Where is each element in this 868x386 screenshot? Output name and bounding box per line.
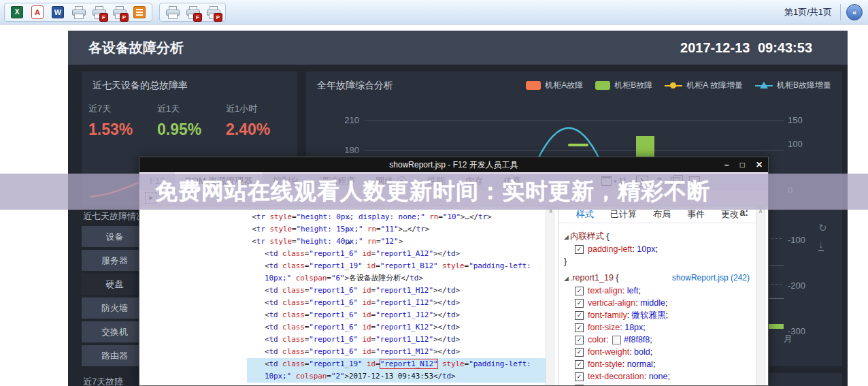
property-checkbox[interactable]: ✓	[575, 348, 584, 357]
legend-item[interactable]: 机柜B故障	[595, 80, 652, 91]
code-token: td	[269, 347, 278, 356]
pdf-print-icon[interactable]: P	[205, 4, 221, 20]
series-line-arc	[534, 106, 603, 160]
dom-tree-line[interactable]: <td class="report1_6" id="report1_I12"><…	[139, 297, 546, 309]
property-semicolon: ;	[655, 243, 657, 255]
dom-tree-line[interactable]: ◢<tr style="height: 40px;" rn="12">	[139, 236, 546, 248]
code-token: id	[363, 249, 371, 258]
code-token: "report1_19"	[309, 359, 362, 368]
css-property: ✓color: #f8f8f8;	[564, 334, 751, 346]
series-bar	[636, 136, 654, 157]
devtools-title: showReport.jsp - F12 开发人员工具	[139, 157, 768, 172]
code-token: style	[269, 237, 292, 246]
dom-tree-line[interactable]: ▷<tr style="height: 15px;" rn="11">…</tr…	[139, 223, 546, 236]
code-token: tr	[478, 212, 487, 221]
dom-tree-line[interactable]: <td class="report1_6" id="report1_M12"><…	[139, 346, 546, 358]
dom-tree-line[interactable]: <td class="report1_6" id="report1_J12"><…	[139, 309, 546, 321]
collapse-toolbar-button[interactable]: «	[846, 4, 863, 20]
code-token: class	[282, 384, 305, 385]
dom-tree-line[interactable]: <td class="report1_6" id="report1_H12"><…	[139, 285, 546, 297]
property-checkbox[interactable]: ✓	[575, 311, 584, 320]
code-token: td	[447, 384, 456, 385]
toolbar-divider	[840, 4, 841, 20]
maximize-button[interactable]: □	[740, 161, 745, 169]
property-semicolon: ;	[665, 297, 667, 309]
property-checkbox[interactable]: ✓	[575, 360, 584, 369]
dom-tree-scrollbar[interactable]: ∧	[546, 205, 555, 385]
sidebar-item-服务器[interactable]: 服务器	[82, 250, 148, 271]
legend-item[interactable]: 机柜A 故障增量	[665, 80, 743, 91]
property-colon: :	[644, 370, 649, 383]
code-token: td	[447, 286, 456, 295]
property-checkbox[interactable]: ✓	[575, 385, 584, 386]
dom-tree-line[interactable]: <td class="report1_19" id="report1_B12" …	[139, 260, 546, 272]
collapse-icon[interactable]: ◢	[564, 234, 569, 240]
flash-print-icon[interactable]: F	[90, 4, 107, 20]
property-checkbox[interactable]: ✓	[575, 299, 584, 308]
window-controls: –□✕	[724, 157, 763, 172]
download-icon[interactable]: ↓	[818, 239, 824, 251]
refresh-icon[interactable]: ↻	[818, 223, 827, 233]
property-colon: :	[632, 243, 637, 255]
code-token: </	[469, 212, 478, 221]
styles-pane-scrollbar[interactable]: ∧	[756, 205, 765, 385]
code-token: class	[282, 261, 305, 270]
code-token: <	[265, 335, 269, 344]
dom-tree-line[interactable]: <td class="report1_19" id="report1_N12" …	[139, 358, 546, 370]
dom-tree-line[interactable]: <td class="report1_6" id="report1_P12"><…	[139, 383, 546, 385]
property-checkbox[interactable]: ✓	[575, 323, 584, 332]
minimize-button[interactable]: –	[724, 161, 729, 169]
css-rule-source-link[interactable]: showReport.jsp (242)	[672, 272, 750, 284]
sidebar-item-交换机[interactable]: 交换机	[82, 321, 148, 342]
property-checkbox[interactable]: ✓	[575, 245, 584, 254]
property-semicolon: ;	[643, 321, 645, 334]
code-token: td	[269, 286, 278, 295]
code-token: td	[447, 335, 456, 344]
dom-tree-line[interactable]: <td class="report1_6" id="report1_K12"><…	[139, 321, 546, 334]
legend-item[interactable]: 机柜B故障增量	[755, 80, 831, 91]
print-icon[interactable]	[164, 4, 180, 20]
printer-badge: F	[100, 14, 107, 21]
dom-tree-line[interactable]: 10px;" colspan="2">2017-12-13 09:43:53</…	[139, 370, 546, 383]
dom-tree-line[interactable]: 10px;" colspan="6">各设备故障分析</td>	[139, 272, 546, 285]
code-token: td	[269, 384, 278, 385]
export-web-icon[interactable]	[131, 4, 148, 20]
export-excel-icon[interactable]: X	[9, 4, 25, 20]
legend-label: 机柜B故障增量	[777, 80, 831, 91]
sidebar-item-设备[interactable]: 设备	[82, 226, 148, 247]
property-colon: :	[620, 321, 624, 334]
flash-print-icon[interactable]: F	[184, 4, 201, 20]
close-button[interactable]: ✕	[756, 161, 763, 169]
devtools-titlebar[interactable]: showReport.jsp - F12 开发人员工具 –□✕	[139, 157, 768, 172]
property-checkbox[interactable]: ✓	[575, 287, 584, 295]
sidebar-item-硬盘[interactable]: 硬盘	[82, 274, 148, 295]
collapse-icon[interactable]: ◢	[564, 275, 569, 282]
property-colon: :	[622, 285, 627, 297]
property-value: none	[652, 383, 671, 385]
code-token: id	[363, 286, 371, 295]
code-token: "height: 0px; display: none;"	[297, 212, 425, 221]
property-semicolon: ;	[653, 358, 655, 370]
property-colon: :	[629, 346, 634, 358]
stat-value: 0.95%	[157, 120, 226, 139]
code-token: colspan	[296, 372, 327, 381]
sidebar-item-路由器[interactable]: 路由器	[82, 345, 148, 366]
property-checkbox[interactable]: ✓	[575, 336, 584, 344]
dom-tree-line[interactable]: ▷<tr style="height: 0px; display: none;"…	[139, 211, 546, 223]
property-checkbox[interactable]: ✓	[575, 372, 584, 381]
dom-tree-line[interactable]: <td class="report1_6" id="report1_L12"><…	[139, 334, 546, 346]
code-token: class	[282, 335, 305, 344]
code-token: =	[292, 212, 297, 221]
print-icon[interactable]	[70, 4, 86, 20]
pdf-print-icon[interactable]: P	[111, 4, 127, 20]
sidebar-item-防火墙[interactable]: 防火墙	[82, 297, 148, 319]
css-open-brace: {	[604, 231, 610, 241]
property-name: font-family	[588, 309, 627, 321]
code-token: =	[292, 225, 297, 234]
code-token: =	[376, 225, 381, 234]
color-swatch[interactable]	[612, 336, 621, 344]
export-pdf-icon[interactable]: A	[29, 4, 46, 20]
export-word-icon[interactable]: W	[50, 4, 66, 20]
legend-item[interactable]: 机柜A故障	[526, 80, 583, 91]
dom-tree-line[interactable]: <td class="report1_6" id="report1_A12"><…	[139, 248, 546, 260]
